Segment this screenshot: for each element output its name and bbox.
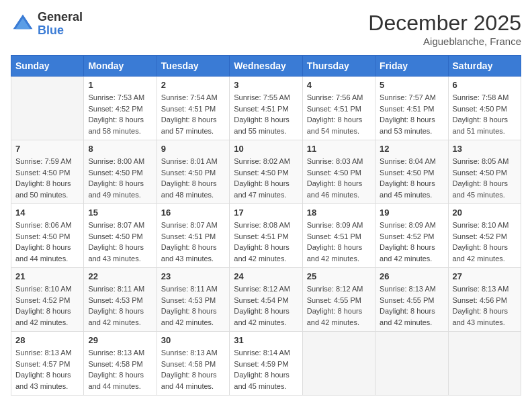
day-number: 28 xyxy=(15,335,79,345)
day-number: 30 xyxy=(161,335,225,345)
calendar-cell: 7Sunrise: 7:59 AMSunset: 4:50 PMDaylight… xyxy=(11,140,84,204)
calendar-cell: 30Sunrise: 8:13 AMSunset: 4:58 PMDayligh… xyxy=(157,332,229,396)
calendar-cell: 23Sunrise: 8:11 AMSunset: 4:53 PMDayligh… xyxy=(157,268,229,332)
column-header-sunday: Sunday xyxy=(11,56,84,77)
calendar-week-row: 14Sunrise: 8:06 AMSunset: 4:50 PMDayligh… xyxy=(11,204,521,268)
day-number: 10 xyxy=(234,144,298,154)
calendar-cell: 25Sunrise: 8:12 AMSunset: 4:55 PMDayligh… xyxy=(302,268,375,332)
day-info: Sunrise: 8:00 AMSunset: 4:50 PMDaylight:… xyxy=(88,156,152,200)
day-info: Sunrise: 8:08 AMSunset: 4:51 PMDaylight:… xyxy=(234,220,298,264)
calendar-cell: 8Sunrise: 8:00 AMSunset: 4:50 PMDaylight… xyxy=(84,140,157,204)
day-number: 31 xyxy=(234,335,298,345)
day-info: Sunrise: 8:11 AMSunset: 4:53 PMDaylight:… xyxy=(88,283,152,328)
calendar-cell: 3Sunrise: 7:55 AMSunset: 4:51 PMDaylight… xyxy=(230,77,302,140)
column-header-thursday: Thursday xyxy=(302,56,375,77)
day-number: 26 xyxy=(380,271,443,281)
column-header-tuesday: Tuesday xyxy=(157,56,229,77)
day-info: Sunrise: 8:04 AMSunset: 4:50 PMDaylight:… xyxy=(380,156,443,200)
day-number: 5 xyxy=(380,80,443,90)
month-title: December 2025 xyxy=(368,11,521,36)
calendar-cell: 13Sunrise: 8:05 AMSunset: 4:50 PMDayligh… xyxy=(448,140,521,204)
page-header: General Blue December 2025 Aigueblanche,… xyxy=(11,11,521,47)
day-info: Sunrise: 7:57 AMSunset: 4:51 PMDaylight:… xyxy=(380,92,443,136)
calendar-cell: 20Sunrise: 8:10 AMSunset: 4:52 PMDayligh… xyxy=(448,204,521,268)
calendar-cell: 26Sunrise: 8:13 AMSunset: 4:55 PMDayligh… xyxy=(375,268,448,332)
day-info: Sunrise: 8:11 AMSunset: 4:53 PMDaylight:… xyxy=(161,283,225,328)
calendar-cell: 19Sunrise: 8:09 AMSunset: 4:52 PMDayligh… xyxy=(375,204,448,268)
day-info: Sunrise: 8:06 AMSunset: 4:50 PMDaylight:… xyxy=(15,220,79,264)
calendar-cell: 5Sunrise: 7:57 AMSunset: 4:51 PMDaylight… xyxy=(375,77,448,140)
logo-text: General Blue xyxy=(38,11,83,38)
calendar-cell: 6Sunrise: 7:58 AMSunset: 4:50 PMDaylight… xyxy=(448,77,521,140)
logo-blue: Blue xyxy=(38,24,83,38)
day-number: 18 xyxy=(307,208,371,218)
day-info: Sunrise: 8:14 AMSunset: 4:59 PMDaylight:… xyxy=(234,347,298,392)
calendar-cell: 9Sunrise: 8:01 AMSunset: 4:50 PMDaylight… xyxy=(157,140,229,204)
logo-icon xyxy=(11,12,35,36)
calendar-cell: 31Sunrise: 8:14 AMSunset: 4:59 PMDayligh… xyxy=(230,332,302,396)
calendar-week-row: 1Sunrise: 7:53 AMSunset: 4:52 PMDaylight… xyxy=(11,77,521,140)
day-number: 6 xyxy=(453,80,517,90)
calendar: SundayMondayTuesdayWednesdayThursdayFrid… xyxy=(11,55,521,396)
day-info: Sunrise: 7:56 AMSunset: 4:51 PMDaylight:… xyxy=(307,92,371,136)
day-number: 3 xyxy=(234,80,298,90)
day-number: 14 xyxy=(15,208,79,218)
calendar-cell: 10Sunrise: 8:02 AMSunset: 4:50 PMDayligh… xyxy=(230,140,302,204)
day-info: Sunrise: 8:10 AMSunset: 4:52 PMDaylight:… xyxy=(15,283,79,328)
title-block: December 2025 Aigueblanche, France xyxy=(368,11,521,47)
day-number: 27 xyxy=(453,271,517,281)
day-info: Sunrise: 8:07 AMSunset: 4:51 PMDaylight:… xyxy=(161,220,225,264)
day-info: Sunrise: 7:59 AMSunset: 4:50 PMDaylight:… xyxy=(15,156,79,200)
calendar-week-row: 28Sunrise: 8:13 AMSunset: 4:57 PMDayligh… xyxy=(11,332,521,396)
calendar-cell xyxy=(448,332,521,396)
day-info: Sunrise: 8:13 AMSunset: 4:58 PMDaylight:… xyxy=(88,347,152,392)
day-number: 12 xyxy=(380,144,443,154)
calendar-cell: 14Sunrise: 8:06 AMSunset: 4:50 PMDayligh… xyxy=(11,204,84,268)
calendar-week-row: 21Sunrise: 8:10 AMSunset: 4:52 PMDayligh… xyxy=(11,268,521,332)
day-info: Sunrise: 7:54 AMSunset: 4:51 PMDaylight:… xyxy=(161,92,225,136)
calendar-header-row: SundayMondayTuesdayWednesdayThursdayFrid… xyxy=(11,56,521,77)
calendar-cell: 16Sunrise: 8:07 AMSunset: 4:51 PMDayligh… xyxy=(157,204,229,268)
column-header-friday: Friday xyxy=(375,56,448,77)
calendar-week-row: 7Sunrise: 7:59 AMSunset: 4:50 PMDaylight… xyxy=(11,140,521,204)
calendar-cell: 2Sunrise: 7:54 AMSunset: 4:51 PMDaylight… xyxy=(157,77,229,140)
day-info: Sunrise: 8:10 AMSunset: 4:52 PMDaylight:… xyxy=(453,220,517,264)
calendar-cell xyxy=(11,77,84,140)
day-number: 7 xyxy=(15,144,79,154)
logo: General Blue xyxy=(11,11,83,38)
calendar-cell: 29Sunrise: 8:13 AMSunset: 4:58 PMDayligh… xyxy=(84,332,157,396)
day-number: 20 xyxy=(453,208,517,218)
calendar-cell: 12Sunrise: 8:04 AMSunset: 4:50 PMDayligh… xyxy=(375,140,448,204)
day-number: 8 xyxy=(88,144,152,154)
day-info: Sunrise: 8:07 AMSunset: 4:50 PMDaylight:… xyxy=(88,220,152,264)
calendar-cell: 17Sunrise: 8:08 AMSunset: 4:51 PMDayligh… xyxy=(230,204,302,268)
calendar-cell: 22Sunrise: 8:11 AMSunset: 4:53 PMDayligh… xyxy=(84,268,157,332)
day-info: Sunrise: 8:09 AMSunset: 4:52 PMDaylight:… xyxy=(380,220,443,264)
day-number: 1 xyxy=(88,80,152,90)
calendar-cell: 27Sunrise: 8:13 AMSunset: 4:56 PMDayligh… xyxy=(448,268,521,332)
logo-general: General xyxy=(38,11,83,24)
day-number: 2 xyxy=(161,80,225,90)
day-info: Sunrise: 8:13 AMSunset: 4:57 PMDaylight:… xyxy=(15,347,79,392)
calendar-cell: 28Sunrise: 8:13 AMSunset: 4:57 PMDayligh… xyxy=(11,332,84,396)
day-number: 22 xyxy=(88,271,152,281)
calendar-cell: 4Sunrise: 7:56 AMSunset: 4:51 PMDaylight… xyxy=(302,77,375,140)
day-info: Sunrise: 8:05 AMSunset: 4:50 PMDaylight:… xyxy=(453,156,517,200)
day-info: Sunrise: 8:01 AMSunset: 4:50 PMDaylight:… xyxy=(161,156,225,200)
column-header-saturday: Saturday xyxy=(448,56,521,77)
day-info: Sunrise: 8:03 AMSunset: 4:50 PMDaylight:… xyxy=(307,156,371,200)
day-info: Sunrise: 7:58 AMSunset: 4:50 PMDaylight:… xyxy=(453,92,517,136)
calendar-cell: 1Sunrise: 7:53 AMSunset: 4:52 PMDaylight… xyxy=(84,77,157,140)
location: Aigueblanche, France xyxy=(368,36,521,47)
day-number: 17 xyxy=(234,208,298,218)
day-info: Sunrise: 8:12 AMSunset: 4:54 PMDaylight:… xyxy=(234,283,298,328)
day-info: Sunrise: 7:53 AMSunset: 4:52 PMDaylight:… xyxy=(88,92,152,136)
day-number: 4 xyxy=(307,80,371,90)
day-info: Sunrise: 8:13 AMSunset: 4:55 PMDaylight:… xyxy=(380,283,443,328)
day-info: Sunrise: 8:09 AMSunset: 4:51 PMDaylight:… xyxy=(307,220,371,264)
day-number: 9 xyxy=(161,144,225,154)
day-number: 25 xyxy=(307,271,371,281)
day-number: 21 xyxy=(15,271,79,281)
day-info: Sunrise: 8:12 AMSunset: 4:55 PMDaylight:… xyxy=(307,283,371,328)
day-number: 23 xyxy=(161,271,225,281)
